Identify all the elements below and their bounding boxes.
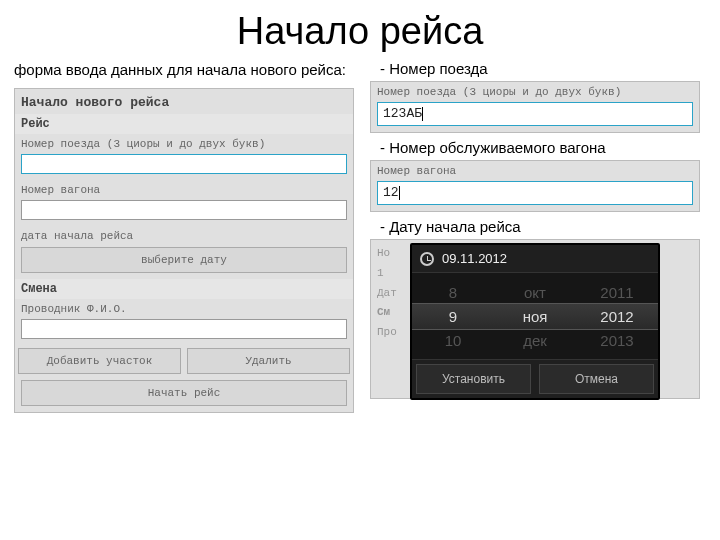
train-number-caption: - Номер поезда	[370, 60, 700, 81]
wagon-number-caption: - Номер обслуживаемого вагона	[370, 133, 700, 160]
choose-date-button[interactable]: выберите дату	[21, 247, 347, 273]
set-date-button[interactable]: Установить	[416, 364, 531, 394]
wagon-number-field[interactable]: 12	[377, 181, 693, 205]
add-segment-button[interactable]: Добавить участок	[18, 348, 181, 374]
section-trip: Рейс	[15, 114, 353, 134]
section-shift: Смена	[15, 279, 353, 299]
date-picker-area: Но 1 Дат См Про 09.11.2012 8 9 10 окт но…	[370, 239, 700, 399]
date-picker-dialog: 09.11.2012 8 9 10 окт ноя дек 2011 2012 …	[410, 243, 660, 400]
wagon-number-label: Номер вагона	[15, 180, 353, 198]
train-number-field[interactable]: 123АБ	[377, 102, 693, 126]
conductor-fio-input[interactable]	[21, 319, 347, 339]
date-wheels[interactable]: 8 9 10 окт ноя дек 2011 2012 2013	[412, 273, 658, 359]
wagon-field-label: Номер вагона	[371, 161, 699, 179]
delete-button[interactable]: Удалить	[187, 348, 350, 374]
slide-title: Начало рейса	[0, 10, 720, 53]
wagon-number-input[interactable]	[21, 200, 347, 220]
new-trip-form: Начало нового рейса Рейс Номер поезда (3…	[14, 88, 354, 413]
day-wheel[interactable]: 8 9 10	[412, 273, 494, 359]
year-wheel[interactable]: 2011 2012 2013	[576, 273, 658, 359]
train-number-input[interactable]	[21, 154, 347, 174]
clock-icon	[420, 252, 434, 266]
cancel-date-button[interactable]: Отмена	[539, 364, 654, 394]
trip-date-caption: - Дату начала рейса	[370, 212, 700, 239]
text-cursor	[422, 107, 423, 121]
train-field-label: Номер поезда (3 циоры и до двух букв)	[371, 82, 699, 100]
form-header: Начало нового рейса	[15, 89, 353, 114]
train-number-label: Номер поезда (3 циоры и до двух букв)	[15, 134, 353, 152]
train-number-snippet: Номер поезда (3 циоры и до двух букв) 12…	[370, 81, 700, 133]
trip-date-label: дата начала рейса	[15, 226, 353, 244]
right-column: - Номер поезда Номер поезда (3 циоры и д…	[370, 60, 700, 399]
month-wheel[interactable]: окт ноя дек	[494, 273, 576, 359]
text-cursor	[399, 186, 400, 200]
wagon-number-snippet: Номер вагона 12	[370, 160, 700, 212]
form-description: форма ввода данных для начала нового рей…	[14, 60, 354, 80]
start-trip-button[interactable]: Начать рейс	[21, 380, 347, 406]
conductor-fio-label: Проводник Ф.И.О.	[15, 299, 353, 317]
selected-date-text: 09.11.2012	[442, 251, 507, 266]
date-picker-header: 09.11.2012	[412, 245, 658, 273]
left-column: форма ввода данных для начала нового рей…	[14, 60, 354, 413]
